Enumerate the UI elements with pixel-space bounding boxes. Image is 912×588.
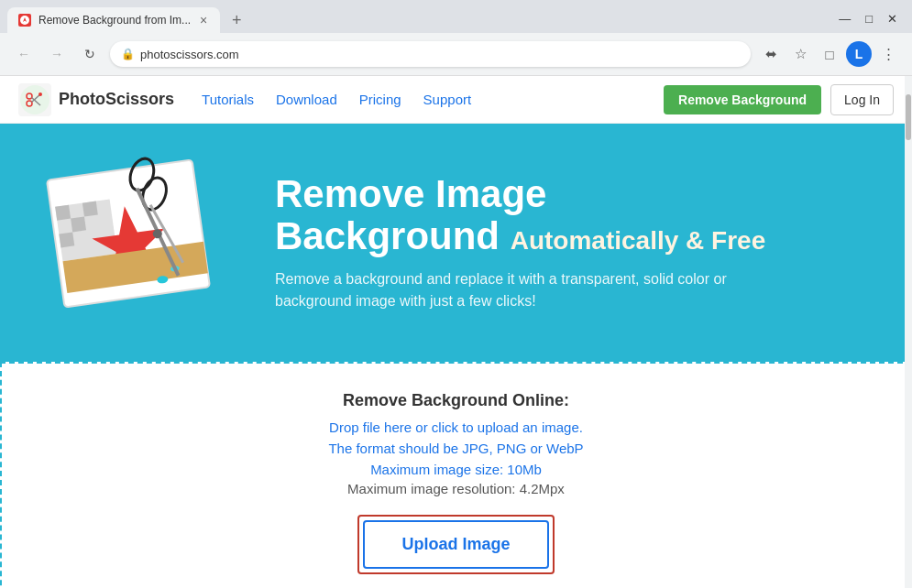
hero-image <box>27 151 257 334</box>
upload-size: Maximum image size: 10Mb <box>20 462 892 477</box>
refresh-button[interactable]: ↻ <box>77 41 103 67</box>
svg-rect-11 <box>71 217 86 233</box>
bookmark-icon[interactable]: ☆ <box>787 41 813 67</box>
nav-tutorials[interactable]: Tutorials <box>202 92 254 107</box>
hero-section: Remove Image Background Automatically & … <box>0 124 912 362</box>
minimize-button[interactable]: — <box>839 12 851 26</box>
logo-text: PhotoScissors <box>59 90 174 109</box>
upload-format-value: JPG, PNG or WebP <box>462 441 583 456</box>
back-button[interactable]: ← <box>11 41 37 67</box>
browser-tab[interactable]: Remove Background from Im... × <box>7 7 220 33</box>
close-window-button[interactable]: ✕ <box>887 12 897 26</box>
tab-bar: Remove Background from Im... × + — □ ✕ <box>0 0 912 33</box>
hero-title-auto: Automatically & Free <box>511 226 766 255</box>
tab-title: Remove Background from Im... <box>38 14 191 27</box>
favicon-icon <box>20 16 29 25</box>
hero-subtitle: Remove a background and replace it with … <box>275 268 733 312</box>
share-icon[interactable]: ⬌ <box>758 41 784 67</box>
scrollbar-thumb[interactable] <box>906 94 911 140</box>
page-content: PhotoScissors Tutorials Download Pricing… <box>0 76 912 588</box>
svg-rect-12 <box>82 201 98 217</box>
upload-resolution: Maximum image resolution: 4.2Mpx <box>20 481 892 496</box>
tab-close-button[interactable]: × <box>198 11 209 29</box>
tab-favicon <box>18 14 31 27</box>
menu-icon[interactable]: ⋮ <box>875 41 901 67</box>
hero-illustration <box>27 151 257 334</box>
nav-pricing[interactable]: Pricing <box>359 92 401 107</box>
browser-chrome: Remove Background from Im... × + — □ ✕ ←… <box>0 0 912 76</box>
profile-avatar[interactable]: L <box>846 41 872 67</box>
hero-text: Remove Image Background Automatically & … <box>275 173 894 312</box>
hero-title-line1: Remove Image <box>275 172 546 215</box>
address-bar: ← → ↻ 🔒 photoscissors.com ⬌ ☆ □ L ⋮ <box>0 33 912 75</box>
nav-links: Tutorials Download Pricing Support <box>202 92 471 107</box>
remove-background-button[interactable]: Remove Background <box>664 85 821 114</box>
scrollbar-track <box>905 76 912 588</box>
upload-format-text: The format should be <box>328 441 462 456</box>
upload-format: The format should be JPG, PNG or WebP <box>20 441 892 456</box>
nav-download[interactable]: Download <box>276 92 337 107</box>
browser-toolbar: ⬌ ☆ □ L ⋮ <box>758 41 901 67</box>
hero-title: Remove Image Background Automatically & … <box>275 173 894 257</box>
new-tab-button[interactable]: + <box>224 7 249 33</box>
nav-right: Remove Background Log In <box>664 84 894 115</box>
forward-button[interactable]: → <box>44 41 70 67</box>
upload-size-text: Maximum image size: <box>370 462 507 477</box>
svg-rect-13 <box>59 232 74 247</box>
svg-point-7 <box>38 93 42 96</box>
logo-area[interactable]: PhotoScissors <box>18 83 174 116</box>
upload-title: Remove Background Online: <box>20 391 892 410</box>
nav-support[interactable]: Support <box>423 92 472 107</box>
url-bar[interactable]: 🔒 photoscissors.com <box>110 41 751 67</box>
sidebar-icon[interactable]: □ <box>817 41 842 67</box>
lock-icon: 🔒 <box>121 48 135 60</box>
maximize-button[interactable]: □ <box>865 12 873 26</box>
logo-icon <box>18 83 51 116</box>
url-text: photoscissors.com <box>140 48 239 61</box>
site-nav: PhotoScissors Tutorials Download Pricing… <box>0 76 912 124</box>
svg-rect-10 <box>55 205 71 221</box>
hero-title-line2: Background <box>275 214 500 257</box>
upload-hint: Drop file here or click to upload an ima… <box>20 419 892 435</box>
upload-btn-wrapper: Upload Image <box>357 515 554 574</box>
upload-size-value: 10Mb <box>507 462 542 477</box>
upload-image-button[interactable]: Upload Image <box>363 520 548 569</box>
window-controls: — □ ✕ <box>839 12 905 29</box>
login-button[interactable]: Log In <box>830 84 894 115</box>
upload-section: Remove Background Online: Drop file here… <box>0 362 912 588</box>
